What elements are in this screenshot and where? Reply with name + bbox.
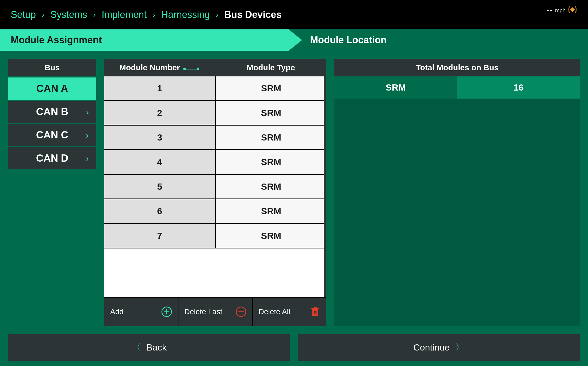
module-rows[interactable]: 1 SRM 2 SRM 3 SRM 4 SRM 5 SRM xyxy=(104,76,326,297)
speed-status: -- mph xyxy=(547,5,577,16)
tab-module-location[interactable]: Module Location xyxy=(289,29,588,51)
crumb-setup[interactable]: Setup xyxy=(11,9,36,20)
delete-all-button[interactable]: Delete All xyxy=(253,298,326,326)
minus-circle-icon xyxy=(235,306,247,318)
svg-rect-8 xyxy=(314,307,317,308)
column-module-type: Module Type xyxy=(215,63,326,72)
cell-number: 7 xyxy=(104,224,216,248)
cell-type: SRM xyxy=(216,76,327,100)
chevron-right-icon: › xyxy=(93,10,96,19)
cell-number: 3 xyxy=(104,126,216,149)
add-button[interactable]: Add xyxy=(104,298,178,326)
bus-item-label: CAN B xyxy=(36,106,68,117)
cell-number: 5 xyxy=(104,175,216,198)
svg-rect-7 xyxy=(311,308,319,309)
table-row[interactable]: 5 SRM xyxy=(104,175,326,199)
chevron-right-icon: › xyxy=(216,10,218,19)
chevron-right-icon: › xyxy=(42,10,44,19)
breadcrumb: Setup › Systems › Implement › Harnessing… xyxy=(11,9,281,20)
tab-module-assignment[interactable]: Module Assignment xyxy=(0,29,289,51)
totals-panel: Total Modules on Bus SRM 16 xyxy=(334,59,580,326)
continue-button[interactable]: Continue 〉 xyxy=(298,334,580,361)
back-button[interactable]: 〈 Back xyxy=(8,334,290,361)
bus-item-label: CAN C xyxy=(36,129,68,141)
cell-type: SRM xyxy=(216,224,327,248)
bus-panel: Bus CAN A CAN B › CAN C › CAN D › xyxy=(8,59,96,326)
crumb-harnessing[interactable]: Harnessing xyxy=(161,9,210,20)
cell-number: 2 xyxy=(104,101,216,125)
svg-rect-0 xyxy=(571,8,574,11)
cell-number: 1 xyxy=(104,76,216,100)
bus-item-label: CAN A xyxy=(36,83,68,94)
speed-value: -- xyxy=(547,6,553,15)
table-row[interactable]: 6 SRM xyxy=(104,199,326,224)
bus-item-can-d[interactable]: CAN D › xyxy=(8,147,96,169)
cell-type: SRM xyxy=(216,175,327,198)
bus-item-can-c[interactable]: CAN C › xyxy=(8,124,96,146)
table-row[interactable]: 3 SRM xyxy=(104,126,326,150)
cell-number: 6 xyxy=(104,199,216,223)
tab-label: Module Location xyxy=(310,34,387,46)
totals-type: SRM xyxy=(334,76,457,99)
cell-type: SRM xyxy=(216,199,327,223)
button-label: Delete All xyxy=(259,308,290,316)
chevron-right-icon: › xyxy=(86,107,89,117)
bus-item-label: CAN D xyxy=(36,153,68,164)
crumb-current: Bus Devices xyxy=(224,9,281,20)
chevron-right-icon: 〉 xyxy=(455,341,465,354)
plus-circle-icon xyxy=(161,306,173,318)
totals-header: Total Modules on Bus xyxy=(334,59,580,76)
table-row[interactable]: 2 SRM xyxy=(104,101,326,126)
chevron-right-icon: › xyxy=(86,153,89,163)
totals-row: SRM 16 xyxy=(334,76,580,99)
bus-header: Bus xyxy=(8,59,96,76)
chevron-right-icon: › xyxy=(152,10,155,19)
chevron-right-icon: › xyxy=(86,130,89,140)
delete-last-button[interactable]: Delete Last xyxy=(178,298,253,326)
crumb-systems[interactable]: Systems xyxy=(50,9,87,20)
cell-type: SRM xyxy=(216,101,327,125)
cell-number: 4 xyxy=(104,150,216,174)
tab-label: Module Assignment xyxy=(11,34,102,46)
link-icon xyxy=(183,68,199,70)
totals-count: 16 xyxy=(457,76,580,99)
cell-type: SRM xyxy=(216,150,327,174)
button-label: Back xyxy=(146,342,167,353)
bus-item-can-b[interactable]: CAN B › xyxy=(8,101,96,123)
crumb-implement[interactable]: Implement xyxy=(102,9,147,20)
table-row[interactable]: 4 SRM xyxy=(104,150,326,175)
cell-type: SRM xyxy=(216,126,327,149)
button-label: Continue xyxy=(413,342,450,353)
satellite-icon xyxy=(568,5,577,16)
trash-icon xyxy=(309,306,321,318)
bus-item-can-a[interactable]: CAN A xyxy=(8,77,96,100)
column-module-number: Module Number xyxy=(104,63,215,72)
module-panel: Module Number Module Type 1 SRM 2 SRM 3 xyxy=(104,59,326,326)
chevron-left-icon: 〈 xyxy=(131,341,141,354)
speed-unit: mph xyxy=(555,7,566,14)
button-label: Add xyxy=(110,308,124,316)
button-label: Delete Last xyxy=(184,308,222,316)
table-row[interactable]: 1 SRM xyxy=(104,76,326,101)
table-row[interactable]: 7 SRM xyxy=(104,224,326,248)
